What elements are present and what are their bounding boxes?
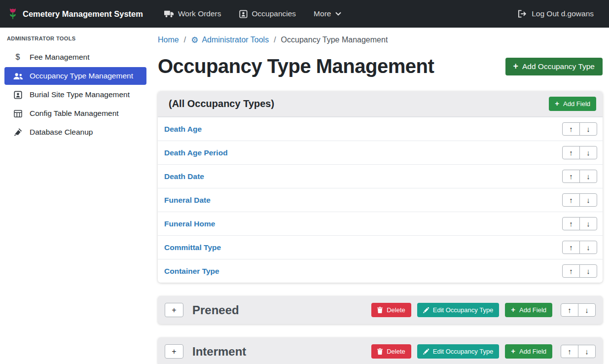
expand-button[interactable]: + [165, 303, 183, 317]
tulip-logo-icon [8, 7, 18, 21]
nav-more-label: More [314, 9, 331, 18]
move-down-button[interactable]: ↓ [579, 217, 597, 230]
sidebar-item-config-table-management[interactable]: Config Table Management [4, 105, 146, 122]
add-occupancy-type-label: Add Occupancy Type [522, 62, 595, 71]
reorder-buttons: ↑ ↓ [562, 193, 597, 207]
section-title: Interment [192, 345, 362, 359]
field-link[interactable]: Committal Type [164, 243, 221, 252]
move-up-button[interactable]: ↑ [562, 146, 580, 159]
arrow-up-icon: ↑ [569, 244, 573, 251]
arrow-up-icon: ↑ [569, 267, 573, 275]
move-up-button[interactable]: ↑ [562, 241, 580, 254]
move-down-button[interactable]: ↓ [578, 345, 596, 358]
sign-out-icon [518, 10, 527, 18]
chevron-down-icon [335, 12, 341, 16]
add-occupancy-type-button[interactable]: + Add Occupancy Type [505, 58, 603, 75]
sidebar-item-database-cleanup[interactable]: Database Cleanup [4, 123, 146, 141]
field-link[interactable]: Death Age [164, 125, 202, 134]
field-link[interactable]: Funeral Date [164, 196, 211, 205]
edit-occupancy-type-button[interactable]: Edit Occupancy Type [417, 303, 500, 317]
app-brand[interactable]: Cemetery Management System [8, 7, 143, 21]
move-down-button[interactable]: ↓ [578, 303, 596, 317]
section-title: Preneed [192, 303, 362, 317]
sidebar-item-label: Fee Management [30, 53, 90, 62]
plus-icon: + [172, 347, 176, 356]
move-down-button[interactable]: ↓ [579, 170, 597, 183]
truck-icon [164, 10, 174, 18]
broom-icon [12, 128, 23, 136]
reorder-buttons: ↑ ↓ [562, 217, 597, 230]
add-field-button[interactable]: + Add Field [505, 344, 552, 359]
gear-icon: ⚙ [191, 36, 198, 44]
arrow-down-icon: ↓ [586, 244, 590, 251]
move-up-button[interactable]: ↑ [562, 193, 580, 207]
sidebar-item-label: Occupancy Type Management [30, 72, 133, 80]
arrow-up-icon: ↑ [568, 348, 572, 355]
arrow-up-icon: ↑ [569, 196, 573, 204]
trash-icon [377, 307, 383, 313]
sidebar-item-label: Config Table Management [30, 109, 119, 118]
users-icon [12, 73, 23, 80]
nav-work-orders[interactable]: Work Orders [157, 5, 229, 22]
sidebar-item-label: Database Cleanup [30, 128, 93, 137]
move-up-button[interactable]: ↑ [562, 264, 580, 278]
edit-occupancy-type-label: Edit Occupancy Type [433, 348, 494, 355]
move-up-button[interactable]: ↑ [562, 122, 580, 136]
field-link[interactable]: Funeral Home [164, 219, 215, 228]
arrow-up-icon: ↑ [569, 220, 573, 227]
arrow-down-icon: ↓ [586, 173, 590, 180]
logout-link[interactable]: Log Out d.gowans [510, 5, 601, 22]
move-up-button[interactable]: ↑ [561, 345, 578, 358]
section-actions: Delete Edit Occupancy Type [371, 344, 596, 359]
move-down-button[interactable]: ↓ [579, 193, 597, 207]
reorder-buttons: ↑ ↓ [562, 264, 597, 278]
add-field-button[interactable]: + Add Field [505, 303, 552, 317]
field-link[interactable]: Death Age Period [164, 148, 228, 157]
plus-icon: + [511, 348, 515, 355]
add-field-button[interactable]: + Add Field [549, 97, 596, 111]
breadcrumb-separator: / [274, 36, 276, 44]
reorder-buttons: ↑ ↓ [562, 146, 597, 159]
add-field-label: Add Field [519, 348, 546, 355]
delete-button[interactable]: Delete [371, 303, 411, 317]
sidebar-heading: ADMINISTRATOR TOOLS [0, 31, 151, 47]
main-layout: ADMINISTRATOR TOOLS $ Fee Management Occ… [0, 28, 609, 364]
edit-occupancy-type-button[interactable]: Edit Occupancy Type [417, 344, 500, 359]
pencil-icon [423, 307, 429, 313]
breadcrumb-current: Occupancy Type Management [281, 36, 388, 44]
delete-label: Delete [387, 348, 405, 355]
move-down-button[interactable]: ↓ [579, 241, 597, 254]
sidebar-item-fee-management[interactable]: $ Fee Management [4, 48, 146, 66]
move-up-button[interactable]: ↑ [561, 303, 578, 317]
move-up-button[interactable]: ↑ [562, 217, 580, 230]
move-up-button[interactable]: ↑ [562, 170, 580, 183]
field-row: Death Date ↑ ↓ [158, 164, 603, 188]
field-row: Funeral Date ↑ ↓ [158, 188, 603, 212]
dollar-icon: $ [12, 53, 23, 62]
move-down-button[interactable]: ↓ [579, 264, 597, 278]
delete-button[interactable]: Delete [371, 344, 411, 359]
move-down-button[interactable]: ↓ [579, 122, 597, 136]
arrow-up-icon: ↑ [569, 149, 573, 156]
breadcrumb-administrator-tools[interactable]: ⚙ Administrator Tools [191, 36, 269, 44]
breadcrumb-home[interactable]: Home [158, 36, 179, 44]
app-title: Cemetery Management System [23, 9, 143, 19]
sidebar-item-burial-site-type-management[interactable]: Burial Site Type Management [4, 86, 146, 104]
nav-work-orders-label: Work Orders [178, 9, 221, 18]
field-link[interactable]: Death Date [164, 172, 204, 181]
expand-button[interactable]: + [165, 344, 183, 359]
nav-occupancies[interactable]: Occupancies [232, 5, 304, 22]
app-root: Cemetery Management System Work Orders [0, 0, 609, 364]
card-header: (All Occupancy Types) + Add Field [158, 91, 603, 117]
pencil-icon [423, 349, 429, 355]
sidebar-item-occupancy-type-management[interactable]: Occupancy Type Management [4, 67, 146, 85]
field-link[interactable]: Container Type [164, 267, 219, 276]
arrow-down-icon: ↓ [586, 220, 590, 227]
edit-occupancy-type-label: Edit Occupancy Type [433, 306, 494, 314]
field-row: Death Age Period ↑ ↓ [158, 141, 603, 164]
person-frame-icon [239, 10, 248, 18]
move-down-button[interactable]: ↓ [579, 146, 597, 159]
add-field-label: Add Field [519, 306, 546, 314]
nav-more[interactable]: More [306, 5, 349, 22]
plus-icon: + [555, 100, 559, 108]
